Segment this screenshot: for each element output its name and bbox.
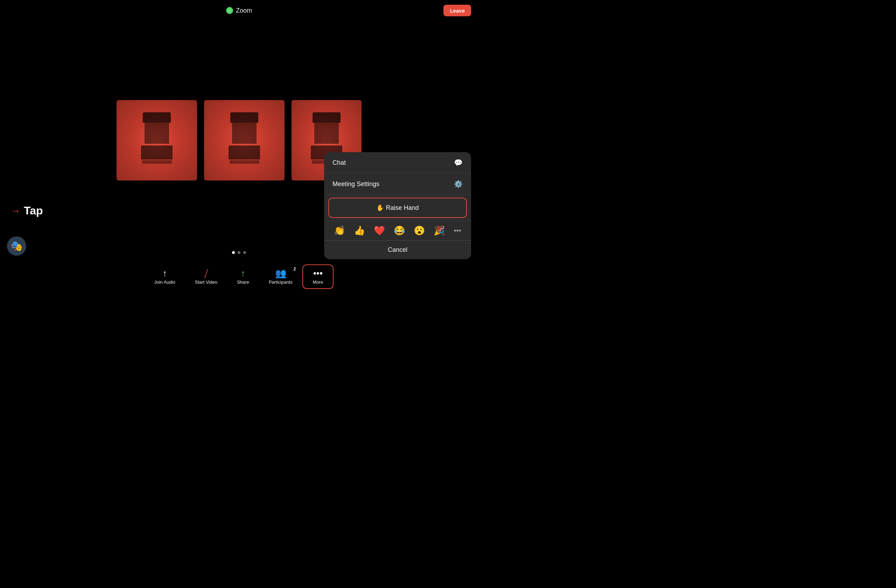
- page-dot-3: [243, 251, 246, 254]
- raise-hand-label: ✋ Raise Hand: [376, 204, 419, 212]
- emoji-wow[interactable]: 😮: [414, 225, 425, 236]
- page-dot-2: [238, 251, 241, 254]
- chat-menu-item[interactable]: Chat 💬: [324, 152, 471, 173]
- chat-label: Chat: [332, 159, 346, 167]
- meeting-title: Zoom: [236, 7, 252, 14]
- chat-icon: 💬: [454, 158, 463, 167]
- more-menu: Chat 💬 Meeting Settings ⚙️ ✋ Raise Hand …: [324, 152, 471, 259]
- leave-button[interactable]: Leave: [443, 5, 471, 17]
- join-audio-label: Join Audio: [154, 280, 175, 285]
- emoji-thumbsup[interactable]: 👍: [354, 225, 365, 236]
- start-video-button[interactable]: ⧸ Start Video: [185, 265, 227, 288]
- join-audio-icon: ↑: [162, 269, 167, 278]
- video-tile-inner-2: [204, 100, 285, 181]
- bottom-toolbar: ↑ Join Audio ⧸ Start Video ↑ Share 👥 2 P…: [0, 259, 478, 294]
- start-video-icon: ⧸: [204, 269, 208, 278]
- emoji-party[interactable]: 🎉: [434, 225, 445, 236]
- more-button[interactable]: ••• More: [302, 264, 334, 289]
- page-dots: [232, 251, 246, 254]
- video-tile-inner-1: [117, 100, 197, 181]
- emoji-laugh[interactable]: 😂: [394, 225, 405, 236]
- meeting-title-area: ✓ Zoom: [226, 7, 252, 14]
- join-audio-button[interactable]: ↑ Join Audio: [145, 265, 185, 288]
- cancel-button[interactable]: Cancel: [324, 240, 471, 259]
- video-tile-2: [204, 100, 285, 181]
- face-silhouette-2: [223, 112, 265, 168]
- participants-button[interactable]: 👥 2 Participants: [259, 265, 302, 288]
- shield-icon: ✓: [226, 7, 233, 14]
- raise-hand-button[interactable]: ✋ Raise Hand: [328, 198, 467, 218]
- start-video-label: Start Video: [195, 280, 217, 285]
- tap-label: Tap: [24, 204, 43, 217]
- emoji-heart[interactable]: ❤️: [374, 225, 385, 236]
- face-silhouette-1: [136, 112, 178, 168]
- page-dot-1: [232, 251, 235, 254]
- participants-badge: 2: [294, 267, 296, 272]
- video-tile-1: [117, 100, 197, 181]
- more-icon: •••: [313, 269, 323, 278]
- settings-icon: ⚙️: [454, 180, 463, 188]
- share-label: Share: [237, 280, 249, 285]
- participants-label: Participants: [269, 280, 293, 285]
- emoji-more-icon[interactable]: •••: [454, 227, 461, 235]
- emoji-clap[interactable]: 👏: [334, 225, 345, 236]
- meeting-settings-menu-item[interactable]: Meeting Settings ⚙️: [324, 173, 471, 195]
- share-icon: ↑: [241, 269, 245, 278]
- emoji-row: 👏 👍 ❤️ 😂 😮 🎉 •••: [324, 221, 471, 240]
- share-button[interactable]: ↑ Share: [227, 265, 259, 288]
- tap-arrow-icon: →: [11, 205, 20, 217]
- more-label: More: [313, 280, 323, 285]
- participants-icon: 👥: [275, 269, 286, 278]
- tap-annotation: → Tap: [11, 204, 43, 217]
- meeting-settings-label: Meeting Settings: [332, 181, 379, 188]
- avatar-container: 🎭: [7, 237, 26, 256]
- avatar: 🎭: [7, 237, 26, 256]
- header: ✓ Zoom Leave: [0, 0, 478, 21]
